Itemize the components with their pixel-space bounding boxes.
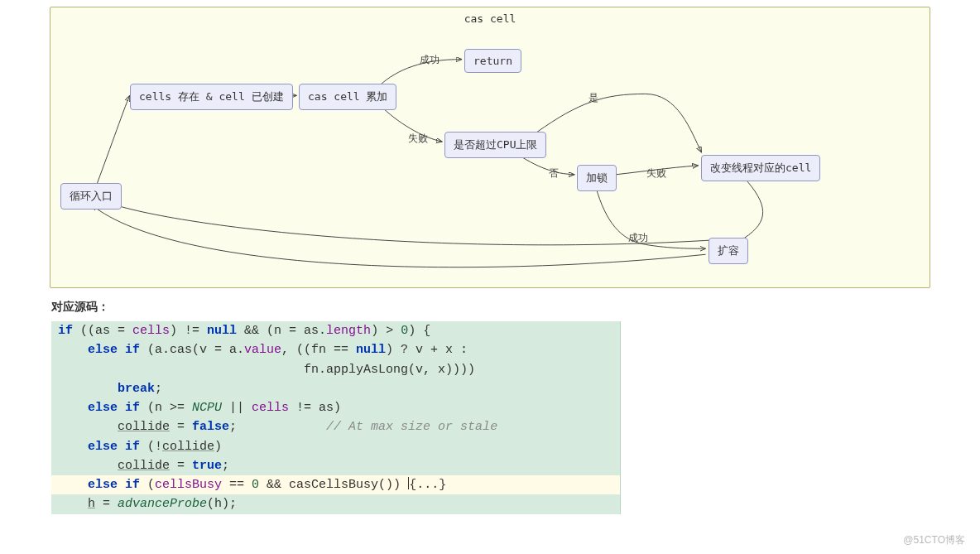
code-line-8: collide = true; xyxy=(51,456,620,475)
node-lock: 加锁 xyxy=(577,165,617,191)
node-change-cell: 改变线程对应的cell xyxy=(701,155,820,181)
node-return: return xyxy=(464,49,521,73)
code-block: if ((as = cells) != null && (n = as.leng… xyxy=(51,321,621,514)
code-line-6: collide = false; // At max size or stale xyxy=(51,417,620,436)
code-line-10: h = advanceProbe(h); xyxy=(51,494,620,513)
code-line-1: if ((as = cells) != null && (n = as.leng… xyxy=(51,321,620,340)
label-fail-2: 失败 xyxy=(646,166,666,181)
text-cursor xyxy=(408,477,409,489)
code-line-4: break; xyxy=(51,379,620,398)
code-line-5: else if (n >= NCPU || cells != as) xyxy=(51,398,620,417)
label-success-2: 成功 xyxy=(628,231,648,245)
node-cas-cell: cas cell 累加 xyxy=(299,84,396,110)
code-line-7: else if (!collide) xyxy=(51,437,620,456)
label-fail-1: 失败 xyxy=(408,132,428,146)
node-loop-entry: 循环入口 xyxy=(60,183,122,210)
code-line-2: else if (a.cas(v = a.value, ((fn == null… xyxy=(51,340,620,359)
node-cpu-limit: 是否超过CPU上限 xyxy=(444,132,546,158)
node-expand: 扩容 xyxy=(709,238,748,264)
label-no: 否 xyxy=(549,166,559,181)
diagram-title: cas cell xyxy=(464,12,516,25)
node-cells-exist: cells 存在 & cell 已创建 xyxy=(130,84,293,110)
diagram-cas-cell: cas cell 循环入口 cells 存在 & cell 已创建 cas ce… xyxy=(50,7,930,288)
label-yes: 是 xyxy=(588,91,598,105)
label-success-1: 成功 xyxy=(420,53,440,67)
section-header: 对应源码： xyxy=(51,300,980,315)
code-line-9: else if (cellsBusy == 0 && casCellsBusy(… xyxy=(51,475,620,494)
code-line-3: fn.applyAsLong(v, x)))) xyxy=(51,360,620,379)
